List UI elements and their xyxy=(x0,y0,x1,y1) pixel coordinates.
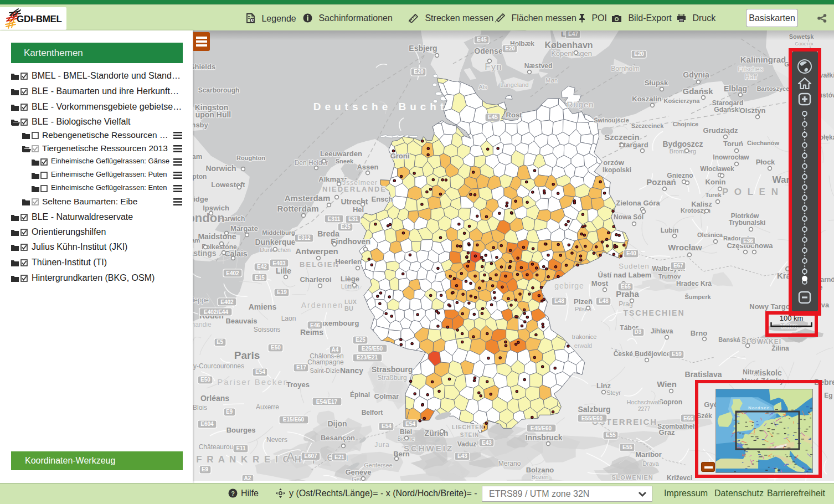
svg-text:E55/E60: E55/E60 xyxy=(581,415,603,421)
svg-text:Als: Als xyxy=(478,84,487,90)
svg-text:E402/E44: E402/E44 xyxy=(204,309,228,315)
svg-text:Champagne: Champagne xyxy=(307,358,344,366)
svg-text:E15: E15 xyxy=(255,275,265,281)
svg-text:trakonice: trakonice xyxy=(572,333,597,340)
svg-text:Sneek: Sneek xyxy=(336,158,354,164)
svg-text:E43: E43 xyxy=(482,440,492,446)
svg-text:E36: E36 xyxy=(743,238,753,244)
svg-text:LUX: LUX xyxy=(344,299,357,305)
svg-text:Næstved: Næstved xyxy=(524,62,553,70)
svg-text:Kaliningrad: Kaliningrad xyxy=(740,55,786,64)
svg-text:Nancy: Nancy xyxy=(340,366,363,375)
svg-text:Nitra: Nitra xyxy=(743,368,758,376)
svg-text:Hel: Hel xyxy=(353,205,364,214)
svg-text:E47: E47 xyxy=(568,31,578,37)
svg-text:Ardennen: Ardennen xyxy=(301,301,344,310)
svg-text:Olsztyn: Olsztyn xyxy=(740,106,766,115)
svg-text:Płock: Płock xyxy=(756,158,775,166)
svg-text:Gdańsk: Gdańsk xyxy=(682,86,713,96)
svg-text:Langeland: Langeland xyxy=(500,81,528,88)
svg-text:Elbląg: Elbląg xyxy=(724,84,747,93)
svg-text:Saint-Dizier: Saint-Dizier xyxy=(310,367,342,374)
svg-text:Bornholm: Bornholm xyxy=(611,65,639,73)
svg-text:E9: E9 xyxy=(226,409,233,415)
svg-text:Besançon: Besançon xyxy=(321,434,355,442)
svg-text:Bartoszyce: Bartoszyce xyxy=(757,85,790,92)
svg-text:A4: A4 xyxy=(332,347,339,353)
svg-text:Soissons: Soissons xyxy=(254,326,281,333)
svg-text:imsby: imsby xyxy=(193,121,209,129)
svg-text:E17: E17 xyxy=(296,364,306,371)
svg-text:Maidstone: Maidstone xyxy=(198,232,236,241)
svg-text:Bydgoszcz: Bydgoszcz xyxy=(662,140,703,148)
svg-text:E607: E607 xyxy=(304,453,317,459)
svg-text:ham: ham xyxy=(193,237,200,244)
svg-text:E54: E54 xyxy=(255,369,265,375)
svg-text:Trutnov: Trutnov xyxy=(658,273,681,280)
svg-text:Auxerre: Auxerre xyxy=(256,403,279,411)
svg-text:Heerlen: Heerlen xyxy=(335,258,362,266)
svg-text:Amsterdam: Amsterdam xyxy=(285,193,331,203)
svg-text:E403: E403 xyxy=(272,260,286,266)
svg-text:?: ? xyxy=(231,490,235,497)
svg-text:Châteauroux: Châteauroux xyxy=(199,443,237,451)
svg-text:E42: E42 xyxy=(257,264,267,270)
svg-text:Møn: Møn xyxy=(545,77,558,84)
svg-text:lkopolski: lkopolski xyxy=(603,166,631,174)
svg-text:E59: E59 xyxy=(672,351,682,357)
svg-text:E55: E55 xyxy=(606,432,616,438)
svg-text:Calais: Calais xyxy=(224,249,247,258)
svg-text:Margate: Margate xyxy=(230,224,258,233)
svg-text:Jihlava: Jihlava xyxy=(651,327,673,335)
svg-text:E55: E55 xyxy=(622,444,632,450)
svg-text:Sowetsk: Sowetsk xyxy=(789,33,815,40)
svg-text:2277: 2277 xyxy=(638,406,651,412)
svg-text:Turek: Turek xyxy=(705,192,722,198)
svg-text:E21: E21 xyxy=(334,454,344,460)
svg-text:E48: E48 xyxy=(599,298,609,304)
svg-text:Middelburg: Middelburg xyxy=(262,229,295,236)
svg-text:E15/E60: E15/E60 xyxy=(283,416,305,423)
svg-text:Chojnice: Chojnice xyxy=(673,121,698,127)
svg-text:E402: E402 xyxy=(220,299,234,305)
svg-text:E48: E48 xyxy=(554,298,564,304)
svg-text:E9: E9 xyxy=(202,466,209,472)
svg-text:Nowy Targo: Nowy Targo xyxy=(749,302,790,311)
svg-text:Haff: Haff xyxy=(745,73,757,81)
svg-text:E45: E45 xyxy=(477,37,487,43)
svg-text:BELGIEN: BELGIEN xyxy=(300,260,339,269)
svg-text:Słupsk: Słupsk xyxy=(645,79,668,87)
svg-text:Gdynia: Gdynia xyxy=(683,70,709,79)
svg-text:Inowrocław: Inowrocław xyxy=(713,153,749,161)
svg-text:Beauvais: Beauvais xyxy=(225,317,257,325)
svg-text:Maribor: Maribor xyxy=(635,450,662,459)
svg-text:Amiens: Amiens xyxy=(249,302,277,311)
svg-text:astings: astings xyxy=(193,249,217,258)
svg-text:Ensch: Ensch xyxy=(371,195,393,203)
svg-text:Shields: Shields xyxy=(193,63,215,71)
svg-text:Drava: Drava xyxy=(642,460,659,467)
svg-text:Lille: Lille xyxy=(276,266,291,275)
svg-text:Troyes: Troyes xyxy=(286,380,310,389)
svg-text:E45/E60: E45/E60 xyxy=(531,425,552,431)
svg-text:Dijon: Dijon xyxy=(328,419,347,428)
svg-text:Scarborough: Scarborough xyxy=(198,86,240,94)
svg-text:Frisches: Frisches xyxy=(738,65,763,73)
svg-text:Straßburg: Straßburg xyxy=(377,374,406,382)
svg-text:orzów: orzów xyxy=(603,158,624,167)
svg-text:Wrocław: Wrocław xyxy=(668,243,702,252)
svg-text:mpton: mpton xyxy=(193,173,207,181)
svg-text:Roughton: Roughton xyxy=(236,155,265,161)
svg-text:Antwerpen: Antwerpen xyxy=(295,246,338,256)
svg-text:Sudeten: Sudeten xyxy=(619,262,649,270)
svg-text:Włocławek: Włocławek xyxy=(700,165,734,173)
svg-text:D3: D3 xyxy=(635,329,642,335)
svg-text:Norwich: Norwich xyxy=(205,164,236,173)
svg-text:Ciechanów: Ciechanów xyxy=(747,140,780,146)
svg-text:Deutsche Bucht: Deutsche Bucht xyxy=(313,101,448,112)
svg-text:E45: E45 xyxy=(488,114,498,120)
svg-text:E19: E19 xyxy=(277,289,287,295)
svg-text:bridge: bridge xyxy=(193,195,208,203)
svg-text:České Budějovice: České Budějovice xyxy=(614,349,671,358)
svg-text:E31: E31 xyxy=(348,216,358,222)
